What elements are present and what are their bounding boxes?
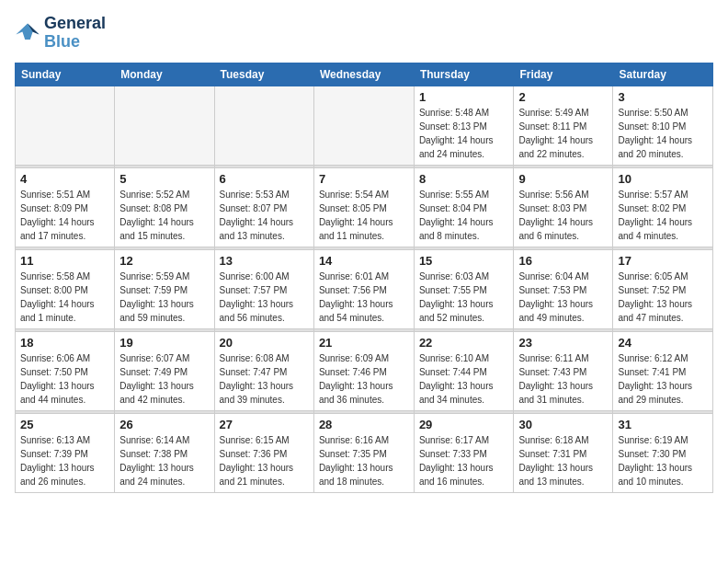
day-number: 30 xyxy=(518,418,608,431)
page-header: General Blue xyxy=(15,15,713,52)
day-info: Sunrise: 6:15 AM Sunset: 7:36 PM Dayligh… xyxy=(220,433,309,488)
calendar-day-cell: 4 Sunrise: 5:51 AM Sunset: 8:09 PM Dayli… xyxy=(16,167,115,247)
day-info: Sunrise: 6:05 AM Sunset: 7:52 PM Dayligh… xyxy=(618,270,708,325)
day-info: Sunrise: 6:17 AM Sunset: 7:33 PM Dayligh… xyxy=(419,433,509,488)
day-number: 12 xyxy=(119,254,209,268)
day-number: 23 xyxy=(518,336,608,350)
calendar-day-cell: 19 Sunrise: 6:07 AM Sunset: 7:49 PM Dayl… xyxy=(115,331,214,410)
day-number: 8 xyxy=(419,172,509,186)
calendar-day-cell: 2 Sunrise: 5:49 AM Sunset: 8:11 PM Dayli… xyxy=(514,86,613,165)
calendar-day-cell: 15 Sunrise: 6:03 AM Sunset: 7:55 PM Dayl… xyxy=(414,249,514,328)
day-info: Sunrise: 6:08 AM Sunset: 7:47 PM Dayligh… xyxy=(220,351,309,407)
day-number: 5 xyxy=(119,172,209,186)
day-info: Sunrise: 6:09 AM Sunset: 7:46 PM Dayligh… xyxy=(319,351,409,407)
day-number: 18 xyxy=(20,336,109,350)
day-number: 14 xyxy=(319,254,409,268)
calendar-week-3: 11 Sunrise: 5:58 AM Sunset: 8:00 PM Dayl… xyxy=(16,249,713,328)
calendar-day-cell: 12 Sunrise: 5:59 AM Sunset: 7:59 PM Dayl… xyxy=(115,249,214,328)
day-number: 25 xyxy=(20,418,109,431)
calendar-day-cell: 23 Sunrise: 6:11 AM Sunset: 7:43 PM Dayl… xyxy=(514,331,613,410)
day-number: 4 xyxy=(20,172,109,186)
day-info: Sunrise: 5:50 AM Sunset: 8:10 PM Dayligh… xyxy=(618,106,708,161)
calendar-day-cell: 21 Sunrise: 6:09 AM Sunset: 7:46 PM Dayl… xyxy=(313,331,414,410)
day-info: Sunrise: 5:57 AM Sunset: 8:02 PM Dayligh… xyxy=(618,188,708,243)
day-number: 20 xyxy=(220,336,309,350)
day-number: 24 xyxy=(618,336,708,350)
calendar-day-cell: 6 Sunrise: 5:53 AM Sunset: 8:07 PM Dayli… xyxy=(214,167,313,247)
day-number: 2 xyxy=(518,90,608,104)
calendar-day-cell: 28 Sunrise: 6:16 AM Sunset: 7:35 PM Dayl… xyxy=(313,413,414,492)
day-number: 27 xyxy=(220,418,309,431)
calendar-day-cell: 16 Sunrise: 6:04 AM Sunset: 7:53 PM Dayl… xyxy=(514,249,613,328)
day-number: 19 xyxy=(119,336,209,350)
day-info: Sunrise: 5:55 AM Sunset: 8:04 PM Dayligh… xyxy=(419,188,509,243)
day-number: 1 xyxy=(419,90,509,104)
day-number: 6 xyxy=(220,172,309,186)
calendar-day-cell xyxy=(115,86,214,165)
calendar-week-2: 4 Sunrise: 5:51 AM Sunset: 8:09 PM Dayli… xyxy=(16,167,713,247)
day-info: Sunrise: 5:54 AM Sunset: 8:05 PM Dayligh… xyxy=(319,188,409,243)
day-number: 26 xyxy=(119,418,209,431)
calendar-week-4: 18 Sunrise: 6:06 AM Sunset: 7:50 PM Dayl… xyxy=(16,331,713,410)
calendar-day-cell xyxy=(214,86,313,165)
day-info: Sunrise: 6:18 AM Sunset: 7:31 PM Dayligh… xyxy=(518,433,608,488)
weekday-header-wednesday: Wednesday xyxy=(313,63,414,86)
day-info: Sunrise: 6:14 AM Sunset: 7:38 PM Dayligh… xyxy=(119,433,209,488)
day-number: 31 xyxy=(618,418,708,431)
calendar-day-cell: 1 Sunrise: 5:48 AM Sunset: 8:13 PM Dayli… xyxy=(414,86,514,165)
calendar-day-cell: 7 Sunrise: 5:54 AM Sunset: 8:05 PM Dayli… xyxy=(313,167,414,247)
calendar-day-cell: 17 Sunrise: 6:05 AM Sunset: 7:52 PM Dayl… xyxy=(613,249,713,328)
logo-bird-icon xyxy=(15,20,40,46)
day-number: 16 xyxy=(518,254,608,268)
day-number: 28 xyxy=(319,418,409,431)
calendar-day-cell: 18 Sunrise: 6:06 AM Sunset: 7:50 PM Dayl… xyxy=(16,331,115,410)
day-number: 21 xyxy=(319,336,409,350)
weekday-header-tuesday: Tuesday xyxy=(214,63,313,86)
day-info: Sunrise: 5:58 AM Sunset: 8:00 PM Dayligh… xyxy=(20,270,109,325)
calendar-day-cell: 29 Sunrise: 6:17 AM Sunset: 7:33 PM Dayl… xyxy=(414,413,514,492)
day-number: 29 xyxy=(419,418,509,431)
day-number: 7 xyxy=(319,172,409,186)
calendar-day-cell: 20 Sunrise: 6:08 AM Sunset: 7:47 PM Dayl… xyxy=(214,331,313,410)
calendar-day-cell: 9 Sunrise: 5:56 AM Sunset: 8:03 PM Dayli… xyxy=(514,167,613,247)
logo: General Blue xyxy=(15,15,106,52)
day-info: Sunrise: 5:56 AM Sunset: 8:03 PM Dayligh… xyxy=(518,188,608,243)
day-info: Sunrise: 5:53 AM Sunset: 8:07 PM Dayligh… xyxy=(220,188,309,243)
calendar-day-cell: 26 Sunrise: 6:14 AM Sunset: 7:38 PM Dayl… xyxy=(115,413,214,492)
day-number: 15 xyxy=(419,254,509,268)
day-info: Sunrise: 5:48 AM Sunset: 8:13 PM Dayligh… xyxy=(419,106,509,161)
calendar-week-5: 25 Sunrise: 6:13 AM Sunset: 7:39 PM Dayl… xyxy=(16,413,713,492)
weekday-header-sunday: Sunday xyxy=(16,63,115,86)
day-info: Sunrise: 6:04 AM Sunset: 7:53 PM Dayligh… xyxy=(518,270,608,325)
day-number: 13 xyxy=(220,254,309,268)
calendar-day-cell xyxy=(313,86,414,165)
calendar-day-cell: 8 Sunrise: 5:55 AM Sunset: 8:04 PM Dayli… xyxy=(414,167,514,247)
day-info: Sunrise: 5:52 AM Sunset: 8:08 PM Dayligh… xyxy=(119,188,209,243)
day-number: 3 xyxy=(618,90,708,104)
day-info: Sunrise: 6:16 AM Sunset: 7:35 PM Dayligh… xyxy=(319,433,409,488)
calendar-day-cell: 10 Sunrise: 5:57 AM Sunset: 8:02 PM Dayl… xyxy=(613,167,713,247)
day-number: 9 xyxy=(518,172,608,186)
day-info: Sunrise: 6:12 AM Sunset: 7:41 PM Dayligh… xyxy=(618,351,708,407)
weekday-header-monday: Monday xyxy=(115,63,214,86)
logo-text: General Blue xyxy=(44,15,106,52)
weekday-header-friday: Friday xyxy=(514,63,613,86)
calendar-day-cell: 3 Sunrise: 5:50 AM Sunset: 8:10 PM Dayli… xyxy=(613,86,713,165)
day-info: Sunrise: 5:51 AM Sunset: 8:09 PM Dayligh… xyxy=(20,188,109,243)
calendar-day-cell: 13 Sunrise: 6:00 AM Sunset: 7:57 PM Dayl… xyxy=(214,249,313,328)
weekday-header-row: SundayMondayTuesdayWednesdayThursdayFrid… xyxy=(16,63,713,86)
calendar-day-cell: 25 Sunrise: 6:13 AM Sunset: 7:39 PM Dayl… xyxy=(16,413,115,492)
day-info: Sunrise: 6:13 AM Sunset: 7:39 PM Dayligh… xyxy=(20,433,109,488)
day-number: 10 xyxy=(618,172,708,186)
calendar-table: SundayMondayTuesdayWednesdayThursdayFrid… xyxy=(15,63,713,493)
day-number: 17 xyxy=(618,254,708,268)
day-info: Sunrise: 6:11 AM Sunset: 7:43 PM Dayligh… xyxy=(518,351,608,407)
calendar-day-cell: 30 Sunrise: 6:18 AM Sunset: 7:31 PM Dayl… xyxy=(514,413,613,492)
calendar-day-cell: 14 Sunrise: 6:01 AM Sunset: 7:56 PM Dayl… xyxy=(313,249,414,328)
day-number: 11 xyxy=(20,254,109,268)
day-info: Sunrise: 6:03 AM Sunset: 7:55 PM Dayligh… xyxy=(419,270,509,325)
day-number: 22 xyxy=(419,336,509,350)
day-info: Sunrise: 6:10 AM Sunset: 7:44 PM Dayligh… xyxy=(419,351,509,407)
calendar-day-cell: 11 Sunrise: 5:58 AM Sunset: 8:00 PM Dayl… xyxy=(16,249,115,328)
day-info: Sunrise: 6:07 AM Sunset: 7:49 PM Dayligh… xyxy=(119,351,209,407)
